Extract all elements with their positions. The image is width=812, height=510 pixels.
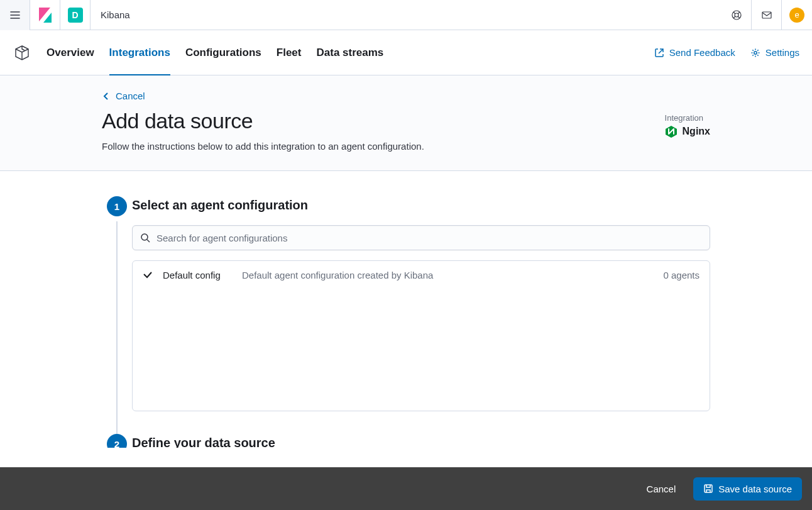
breadcrumb[interactable]: Kibana: [91, 9, 130, 20]
kibana-logo-icon: [39, 8, 52, 23]
agent-config-desc: Default agent configuration created by K…: [242, 270, 653, 280]
kibana-logo[interactable]: [30, 0, 60, 30]
integration-caption: Integration: [665, 113, 710, 123]
app-logo: [13, 43, 31, 62]
space-selector[interactable]: D: [60, 0, 91, 30]
page-header: Cancel Add data source Follow the instru…: [0, 75, 812, 171]
agent-config-search[interactable]: [132, 225, 710, 250]
tabs: Overview Integrations Configurations Fle…: [47, 30, 383, 75]
user-avatar: e: [789, 8, 804, 23]
nav-toggle-button[interactable]: [0, 0, 30, 30]
user-menu-button[interactable]: e: [782, 0, 812, 30]
hamburger-icon: [9, 9, 21, 21]
step-2: 2 Define your data source: [102, 434, 710, 448]
settings-link[interactable]: Settings: [750, 47, 799, 58]
page-scroll[interactable]: Cancel Add data source Follow the instru…: [0, 75, 812, 467]
tab-data-streams[interactable]: Data streams: [316, 30, 383, 75]
save-data-source-button[interactable]: Save data source: [693, 477, 802, 501]
agent-config-list: Default config Default agent configurati…: [132, 260, 710, 411]
page-description: Follow the instructions below to add thi…: [102, 141, 710, 152]
agent-config-agents: 0 agents: [663, 270, 700, 280]
agent-config-search-input[interactable]: [156, 233, 702, 243]
global-header: D Kibana e: [0, 0, 812, 30]
lifebuoy-icon: [731, 9, 742, 21]
svg-rect-2: [762, 12, 771, 18]
tab-overview[interactable]: Overview: [47, 30, 94, 75]
mail-button[interactable]: [752, 0, 782, 30]
check-icon: [143, 270, 153, 280]
settings-label: Settings: [765, 47, 799, 58]
newsfeed-button[interactable]: [721, 0, 752, 30]
send-feedback-label: Send Feedback: [669, 47, 735, 58]
page-title: Add data source: [102, 109, 710, 133]
save-icon: [703, 484, 713, 494]
agent-config-row[interactable]: Default config Default agent configurati…: [133, 261, 710, 289]
nginx-icon: [665, 125, 678, 138]
package-icon: [14, 45, 30, 61]
tab-integrations[interactable]: Integrations: [109, 30, 170, 75]
send-feedback-link[interactable]: Send Feedback: [654, 47, 735, 58]
svg-point-5: [141, 234, 148, 240]
svg-point-3: [754, 51, 757, 53]
steps: 1 Select an agent configuration Default …: [92, 171, 720, 467]
cancel-back-link[interactable]: Cancel: [102, 91, 145, 101]
space-badge: D: [68, 8, 83, 23]
bottom-action-bar: Cancel Save data source: [0, 467, 812, 510]
mail-icon: [761, 9, 772, 21]
step-connector: [116, 221, 118, 434]
app-tabbar: Overview Integrations Configurations Fle…: [0, 30, 812, 75]
gear-icon: [750, 48, 760, 58]
step-1-number: 1: [107, 196, 127, 216]
tab-configurations[interactable]: Configurations: [185, 30, 261, 75]
tab-fleet[interactable]: Fleet: [277, 30, 302, 75]
popout-icon: [654, 48, 664, 58]
save-button-label: Save data source: [718, 484, 792, 494]
step-1: 1 Select an agent configuration Default …: [102, 196, 710, 434]
step-2-number: 2: [107, 434, 127, 448]
chevron-left-icon: [102, 92, 111, 101]
cancel-button[interactable]: Cancel: [639, 479, 684, 499]
cancel-back-label: Cancel: [116, 91, 145, 101]
step-2-title: Define your data source: [132, 436, 710, 448]
agent-config-name: Default config: [163, 270, 232, 280]
search-icon: [140, 233, 150, 243]
integration-name: Nginx: [683, 126, 710, 137]
step-1-title: Select an agent configuration: [132, 198, 710, 213]
svg-rect-6: [705, 485, 712, 492]
integration-summary: Integration Nginx: [665, 113, 710, 138]
